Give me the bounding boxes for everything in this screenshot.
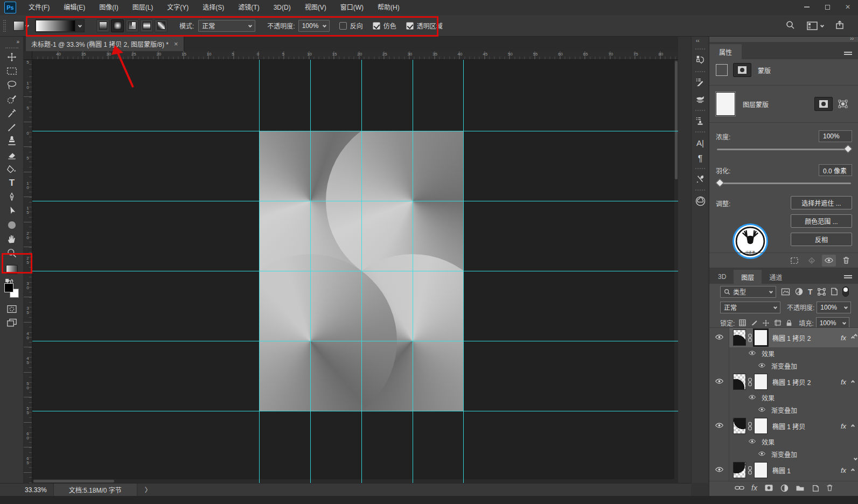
adjustment-filter-icon[interactable] <box>795 288 803 296</box>
opacity-select[interactable]: 100% <box>298 20 330 32</box>
gradient-type-radial[interactable] <box>111 19 124 32</box>
gradient-overlay-row[interactable]: 渐变叠加 <box>709 360 858 372</box>
ruler-origin-corner[interactable] <box>24 51 32 60</box>
collapse-effects-icon[interactable] <box>851 468 855 472</box>
feather-slider-thumb[interactable] <box>716 179 724 187</box>
transparency-checkbox[interactable] <box>406 22 414 30</box>
feather-slider[interactable] <box>717 183 851 184</box>
vertical-ruler[interactable]: 1510505101520253035404550556065 <box>24 60 32 483</box>
search-icon[interactable] <box>786 20 795 31</box>
tab-channels[interactable]: 通道 <box>762 270 790 284</box>
lock-all-icon[interactable] <box>786 319 792 327</box>
effects-eye-icon[interactable] <box>748 350 756 358</box>
select-layer-mask-button[interactable] <box>814 97 833 111</box>
mask-link-icon[interactable] <box>748 333 752 342</box>
effects-eye-icon[interactable] <box>748 394 756 402</box>
filter-toggle[interactable] <box>842 286 849 297</box>
effect-eye-icon[interactable] <box>758 451 766 458</box>
menu-help[interactable]: 帮助(H) <box>371 0 407 15</box>
mixer-brush-panel-icon[interactable] <box>692 92 709 108</box>
add-mask-icon[interactable] <box>764 484 773 492</box>
menu-select[interactable]: 选择(S) <box>196 0 231 15</box>
gradient-picker-chevron-icon[interactable] <box>75 20 84 32</box>
maximize-button[interactable] <box>817 0 838 14</box>
layer-thumbnail[interactable] <box>733 374 746 390</box>
mask-link-icon[interactable] <box>748 466 752 475</box>
type-filter-icon[interactable]: T <box>808 288 813 296</box>
ellipse-shape-tool-icon[interactable] <box>4 219 19 232</box>
vertical-scrollbar[interactable] <box>674 60 678 483</box>
density-value[interactable]: 100% <box>819 130 852 142</box>
tool-preset-picker[interactable] <box>11 19 31 33</box>
layer-row[interactable]: 椭圆 1 fx <box>709 460 858 480</box>
density-slider-thumb[interactable] <box>844 145 853 153</box>
guide-vertical[interactable] <box>361 60 362 483</box>
horizontal-ruler[interactable]: 4035302520151050510152025303540455055606… <box>32 51 678 60</box>
apply-mask-icon[interactable] <box>805 255 819 267</box>
gradient-overlay-row[interactable]: 渐变叠加 <box>709 404 858 416</box>
effect-eye-icon[interactable] <box>758 407 766 414</box>
rectangular-marquee-tool-icon[interactable] <box>4 65 19 78</box>
lock-position-icon[interactable] <box>762 319 770 327</box>
menu-type[interactable]: 文字(Y) <box>160 0 196 15</box>
layers-panel-menu-icon[interactable] <box>844 275 852 278</box>
foreground-background-colors[interactable] <box>4 283 19 298</box>
clone-source-panel-icon[interactable] <box>692 113 709 129</box>
guide-vertical[interactable] <box>413 60 413 483</box>
expand-panels-icon[interactable]: ›› <box>850 36 854 41</box>
menu-layer[interactable]: 图层(L) <box>125 0 161 15</box>
layer-mask-thumbnail[interactable] <box>754 462 768 478</box>
collapse-effects-icon[interactable] <box>851 380 855 383</box>
invert-button[interactable]: 反相 <box>791 233 852 246</box>
layer-thumbnail[interactable] <box>733 462 746 478</box>
layer-name[interactable]: 椭圆 1 拷贝 2 <box>772 377 811 387</box>
status-expander-icon[interactable]: 〉 <box>145 485 151 494</box>
fx-badge[interactable]: fx <box>841 466 846 474</box>
workspace-switcher-icon[interactable] <box>807 22 824 30</box>
guide-horizontal[interactable] <box>32 341 678 341</box>
guide-horizontal[interactable] <box>32 201 678 201</box>
eraser-tool-icon[interactable] <box>4 149 19 162</box>
guide-vertical[interactable] <box>463 60 464 483</box>
brush-tool-icon[interactable] <box>4 121 19 134</box>
link-layers-icon[interactable] <box>735 485 744 491</box>
menu-image[interactable]: 图像(I) <box>92 0 125 15</box>
layer-row[interactable]: 椭圆 1 拷贝 2 fx <box>709 372 858 391</box>
layer-mask-thumbnail[interactable] <box>754 330 768 346</box>
pixel-mask-icon[interactable] <box>716 64 728 76</box>
visibility-eye-icon[interactable] <box>715 466 724 474</box>
tool-presets-panel-icon[interactable] <box>692 171 709 187</box>
zoom-tool-icon[interactable] <box>4 247 19 260</box>
lock-artboard-icon[interactable] <box>774 319 782 326</box>
panel-menu-icon[interactable] <box>844 52 852 55</box>
visibility-eye-icon[interactable] <box>715 378 724 386</box>
type-tool-icon[interactable]: T <box>4 177 19 190</box>
layer-thumbnail[interactable] <box>733 418 746 434</box>
quick-selection-tool-icon[interactable] <box>4 93 19 106</box>
gradient-editor[interactable] <box>35 19 85 32</box>
document-tab[interactable]: 未标题-1 @ 33.3% (椭圆 1 拷贝 2, 图层蒙版/8) * × <box>26 37 184 51</box>
quick-mask-icon[interactable] <box>4 303 19 316</box>
dither-checkbox[interactable] <box>373 22 380 30</box>
layer-mask-thumbnail[interactable] <box>754 418 768 434</box>
blend-mode-select[interactable]: 正常 <box>198 20 255 32</box>
mask-enabled-eye-icon[interactable] <box>822 255 836 267</box>
pixel-filter-icon[interactable] <box>781 288 790 296</box>
menu-window[interactable]: 窗口(W) <box>333 0 371 15</box>
fx-badge[interactable]: fx <box>841 378 846 386</box>
paragraph-panel-icon[interactable]: ¶ <box>692 151 709 167</box>
menu-3d[interactable]: 3D(D) <box>267 0 298 15</box>
layer-name[interactable]: 椭圆 1 拷贝 <box>772 422 805 431</box>
fx-badge[interactable]: fx <box>841 422 846 430</box>
minimize-button[interactable] <box>797 0 817 14</box>
mask-link-icon[interactable] <box>748 377 752 387</box>
close-button[interactable]: ✕ <box>838 0 858 14</box>
layer-mask-mode-button[interactable] <box>733 63 751 77</box>
guide-horizontal[interactable] <box>32 411 678 411</box>
layer-filter-select[interactable]: 类型 <box>720 286 776 298</box>
mask-link-icon[interactable] <box>748 422 752 431</box>
move-tool-icon[interactable] <box>4 51 19 64</box>
smart-object-filter-icon[interactable] <box>831 288 838 296</box>
new-layer-icon[interactable] <box>812 484 819 492</box>
lock-transparent-icon[interactable] <box>739 319 747 326</box>
